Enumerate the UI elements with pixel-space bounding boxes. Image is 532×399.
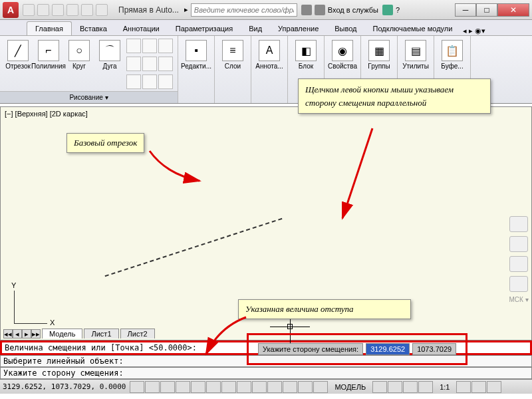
search-input[interactable]: [191, 3, 297, 17]
qat-open-icon[interactable]: [37, 4, 49, 16]
callout-offset-value: Указанная величина отступа: [238, 299, 411, 319]
tab-annotate[interactable]: Аннотации: [115, 22, 168, 35]
arc-button[interactable]: ⌒Дуга: [96, 39, 124, 91]
coord-x-field[interactable]: 3129.6252: [366, 343, 410, 355]
sheet-tab-model[interactable]: Модель: [42, 329, 82, 338]
text-icon: A: [259, 40, 280, 61]
draw-sm-5[interactable]: [142, 57, 157, 71]
draw-sm-6[interactable]: [158, 57, 173, 71]
draw-sm-9[interactable]: [158, 74, 173, 89]
sheet-tabs: ◂◂ ◂ ▸ ▸▸ Модель Лист1 Лист2: [3, 329, 155, 338]
maximize-button[interactable]: □: [476, 3, 497, 17]
group-icon: ▦: [368, 40, 390, 61]
annotation-button[interactable]: AАннота...: [255, 39, 283, 100]
draw-small-buttons: [126, 39, 173, 91]
draw-sm-8[interactable]: [142, 74, 157, 89]
draw-sm-3[interactable]: [158, 39, 173, 53]
sb-r7[interactable]: [487, 381, 501, 393]
sb-r6[interactable]: [471, 381, 486, 393]
arc-icon: ⌒: [99, 40, 120, 61]
circle-icon: ○: [68, 40, 90, 61]
sheet-tab-2[interactable]: Лист2: [120, 329, 155, 338]
chevron-right-icon[interactable]: ▸: [184, 5, 188, 14]
command-line-3[interactable]: Укажите сторону смещения:: [0, 367, 532, 379]
minimize-button[interactable]: ─: [455, 3, 476, 17]
viewcube-icon[interactable]: [509, 216, 528, 232]
sb-dyn[interactable]: [252, 381, 267, 393]
draw-sm-2[interactable]: [142, 39, 157, 53]
exchange-icon[interactable]: [382, 5, 393, 15]
sb-polar[interactable]: [176, 381, 190, 393]
nav-wheel-icon[interactable]: [509, 236, 528, 252]
sheet-nav-last[interactable]: ▸▸: [31, 329, 41, 338]
qat-new-icon[interactable]: [23, 4, 35, 16]
help-icon[interactable]: ?: [396, 6, 400, 14]
sb-ortho[interactable]: [160, 381, 175, 393]
tab-view[interactable]: Вид: [241, 22, 270, 35]
block-icon: ◧: [295, 40, 317, 61]
sb-tpy[interactable]: [283, 381, 297, 393]
draw-sm-1[interactable]: [126, 39, 141, 53]
sb-r2[interactable]: [388, 381, 402, 393]
sb-otrack[interactable]: [221, 381, 236, 393]
sb-snap[interactable]: [130, 381, 144, 393]
login-label: Вход в службы: [328, 6, 378, 14]
pan-icon[interactable]: [509, 256, 528, 272]
tab-insert[interactable]: Вставка: [72, 22, 115, 35]
status-model[interactable]: МОДЕЛЬ: [332, 383, 368, 391]
qat-undo-icon[interactable]: [66, 4, 78, 16]
qat-print-icon[interactable]: [96, 4, 108, 16]
window-controls: ─ □ ✕: [455, 3, 529, 17]
circle-button[interactable]: ○Круг: [65, 39, 93, 91]
app-icon[interactable]: A: [3, 2, 19, 18]
sb-r5[interactable]: [456, 381, 471, 393]
ucs-x-label: X: [50, 319, 55, 327]
draw-sm-4[interactable]: [126, 57, 141, 71]
sheet-nav-next[interactable]: ▸: [22, 329, 31, 338]
tab-overflow-icon[interactable]: ◂ ▸ ◉▾: [463, 27, 485, 35]
tab-addins[interactable]: Подключаемые модули: [365, 22, 461, 35]
sb-sc[interactable]: [313, 381, 328, 393]
sb-lwt[interactable]: [267, 381, 282, 393]
sheet-nav-prev[interactable]: ◂: [13, 329, 22, 338]
sb-3dosnap[interactable]: [206, 381, 221, 393]
sheet-tab-1[interactable]: Лист1: [84, 329, 118, 338]
tab-home[interactable]: Главная: [27, 21, 72, 35]
tab-manage[interactable]: Управление: [270, 22, 327, 35]
sb-qp[interactable]: [298, 381, 313, 393]
qat-save-icon[interactable]: [52, 4, 64, 16]
modify-button[interactable]: ▪Редакти...: [182, 39, 210, 100]
tab-parametric[interactable]: Параметризация: [168, 22, 241, 35]
dynamic-prompt: Укажите сторону смещения:: [258, 343, 363, 355]
line-button[interactable]: ╱Отрезок: [4, 39, 32, 91]
sb-r3[interactable]: [403, 381, 418, 393]
viewport-label[interactable]: [−] [Верхняя] [2D каркас]: [5, 110, 88, 118]
modify-icon: ▪: [186, 40, 207, 61]
polyline-icon: ⌐: [38, 40, 59, 61]
ucs-y-label: Y: [11, 281, 16, 289]
ucs-label[interactable]: МСК ▾: [509, 296, 528, 303]
qat-redo-icon[interactable]: [81, 4, 93, 16]
sb-ducs[interactable]: [237, 381, 251, 393]
tab-output[interactable]: Вывод: [327, 22, 364, 35]
sb-grid[interactable]: [145, 381, 160, 393]
status-bar: 3129.6252, 1073.7029, 0.0000 МОДЕЛЬ 1:1: [0, 379, 532, 394]
status-scale[interactable]: 1:1: [437, 383, 452, 391]
line-icon: ╱: [7, 40, 29, 61]
login-area[interactable]: Вход в службы: [301, 5, 378, 15]
sb-osnap[interactable]: [191, 381, 205, 393]
dynamic-input-box: Укажите сторону смещения: 3129.6252 1073…: [247, 333, 467, 365]
polyline-button[interactable]: ⌐Полилиния: [35, 39, 63, 91]
draw-sm-7[interactable]: [126, 74, 141, 89]
sb-r1[interactable]: [372, 381, 387, 393]
layers-button[interactable]: ≡Слои: [219, 39, 247, 100]
status-toggle-buttons: [130, 381, 328, 393]
close-button[interactable]: ✕: [497, 3, 529, 17]
zoom-icon[interactable]: [509, 276, 528, 292]
status-coordinates[interactable]: 3129.6252, 1073.7029, 0.0000: [3, 382, 126, 391]
sb-r4[interactable]: [418, 381, 433, 393]
coord-y-field[interactable]: 1073.7029: [412, 343, 456, 355]
sheet-nav-first[interactable]: ◂◂: [3, 329, 13, 338]
pickbox: [287, 324, 293, 329]
panel-draw-title[interactable]: Рисование ▾: [0, 91, 178, 103]
